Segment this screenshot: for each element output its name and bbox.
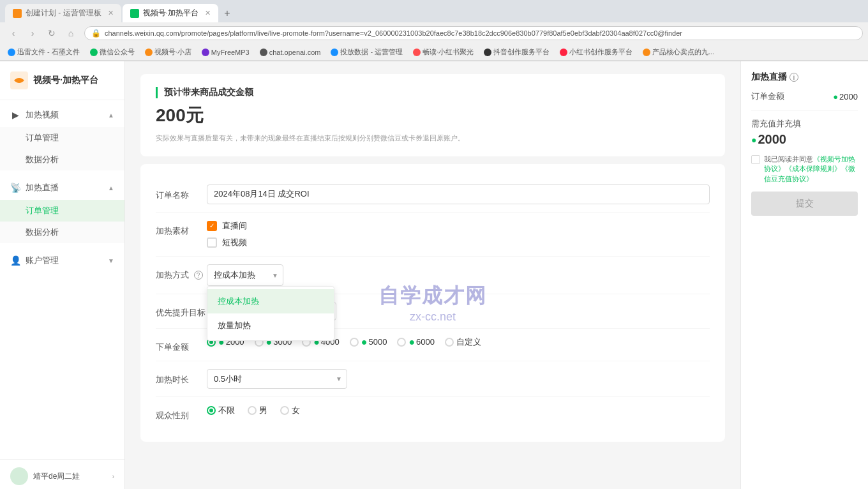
gender-row: 观众性别 不限 男 女 (156, 397, 710, 429)
bookmark-8[interactable]: 抖音创作服务平台 (481, 46, 552, 58)
recharge-number: 2000 (758, 132, 786, 147)
bookmark-6[interactable]: 投放数据 - 运营管理 (328, 46, 405, 58)
new-tab-button[interactable]: + (220, 6, 235, 21)
panel-recharge-label: 需充值并充填 (751, 118, 858, 130)
order-name-input[interactable] (207, 184, 710, 204)
gender-male-circle[interactable] (248, 406, 257, 415)
bookmark-10-label: 产品核心卖点的九... (652, 47, 714, 57)
bookmark-2-label: 微信公众号 (100, 47, 135, 57)
material-short-label: 短视频 (222, 237, 247, 248)
gender-female-label: 女 (292, 405, 300, 416)
material-radio-short[interactable]: 短视频 (207, 237, 710, 248)
order-amount-number: 2000 (839, 92, 858, 102)
material-radio-live[interactable]: 直播间 (207, 220, 710, 232)
dropdown-item-volume[interactable]: 放量加热 (207, 313, 334, 338)
order-amount-dot: ● (833, 92, 838, 102)
home-button[interactable]: ⌂ (63, 25, 79, 41)
sidebar-item-boost-live[interactable]: 📡 加热直播 ▲ (0, 176, 124, 200)
material-live-label: 直播间 (222, 220, 247, 232)
lock-icon: 🔒 (91, 29, 101, 38)
sidebar-item-order-mgmt-video[interactable]: 订单管理 (0, 127, 124, 149)
sidebar-item-order-mgmt-live[interactable]: 订单管理 (0, 200, 124, 222)
tab-1-title: 创建计划 - 运营管理板 (26, 8, 101, 19)
panel-title: 加热直播 i (751, 71, 858, 83)
duration-label: 加热时长 (156, 369, 207, 386)
agreement-link-2[interactable]: 《成本保障规则》 (785, 165, 841, 172)
address-bar: ‹ › ↻ ⌂ 🔒 channels.weixin.qq.com/promote… (0, 22, 868, 44)
method-select[interactable]: 控成本加热 (207, 264, 283, 286)
bookmark-2[interactable]: 微信公众号 (87, 46, 137, 58)
bookmark-9-icon (560, 49, 567, 56)
page-title: 预计带来商品成交金额 (156, 87, 710, 98)
method-select-value: 控成本加热 (214, 270, 255, 280)
bookmarks-bar: 迅雷文件 - 石墨文件 微信公众号 视频号·小店 MyFreeMP3 chat.… (0, 44, 868, 61)
back-button[interactable]: ‹ (5, 25, 22, 41)
bookmark-1-label: 迅雷文件 - 石墨文件 (17, 47, 80, 57)
material-label: 加热素材 (156, 220, 207, 237)
gender-female-circle[interactable] (280, 406, 289, 415)
bookmark-9[interactable]: 小红书创作服务平台 (557, 46, 635, 58)
sidebar-sub-live: 订单管理 数据分析 (0, 200, 124, 243)
agreement-checkbox[interactable] (751, 155, 760, 164)
bookmark-10[interactable]: 产品核心卖点的九... (640, 46, 717, 58)
sidebar-item-account[interactable]: 👤 账户管理 ▼ (0, 248, 124, 273)
sidebar-item-data-analysis-video[interactable]: 数据分析 (0, 149, 124, 170)
sidebar-section-video: ▶ 加热视频 ▲ 订单管理 数据分析 (0, 100, 124, 173)
bookmark-3[interactable]: 视频号·小店 (142, 46, 194, 58)
sidebar-item-data-analysis-live[interactable]: 数据分析 (0, 222, 124, 243)
material-live-checkbox[interactable] (207, 221, 217, 231)
gender-all-circle[interactable] (207, 406, 216, 415)
tab-2[interactable]: 视频号·加热平台 ✕ (123, 4, 218, 22)
tab-1[interactable]: 创建计划 - 运营管理板 ✕ (5, 4, 121, 22)
bookmark-5-label: chat.openai.com (269, 49, 321, 56)
bookmark-1[interactable]: 迅雷文件 - 石墨文件 (5, 46, 82, 58)
boost-live-icon: 📡 (10, 183, 20, 193)
bookmark-3-label: 视频号·小店 (154, 47, 191, 57)
tab-2-favicon (130, 9, 139, 18)
amount-radio-6000[interactable]: ●6000 (397, 336, 435, 348)
amount-radio-6000-circle[interactable] (397, 338, 406, 347)
gender-male[interactable]: 男 (248, 405, 267, 416)
reload-button[interactable]: ↻ (43, 25, 60, 41)
material-row: 加热素材 直播间 短视频 (156, 213, 710, 257)
amount-radio-custom-circle[interactable] (445, 338, 454, 347)
tab-1-close[interactable]: ✕ (108, 9, 114, 17)
forward-button[interactable]: › (24, 25, 41, 41)
gender-female[interactable]: 女 (280, 405, 300, 416)
account-arrow: ▼ (108, 257, 114, 264)
bookmark-10-icon (643, 49, 650, 56)
tab-1-favicon (13, 9, 22, 18)
panel-order-amount-value: ● 2000 (833, 92, 858, 102)
panel-order-amount-label: 订单金额 (751, 91, 784, 102)
material-short-checkbox[interactable] (207, 237, 217, 248)
submit-button[interactable]: 提交 (751, 192, 858, 216)
amount-radio-5000-circle[interactable] (350, 338, 359, 347)
bookmark-6-label: 投放数据 - 运营管理 (340, 47, 403, 57)
sidebar-user[interactable]: 靖平de周二娃 › (0, 459, 124, 489)
bookmark-6-icon (331, 49, 338, 56)
bookmark-8-label: 抖音创作服务平台 (493, 47, 550, 57)
method-control: 控成本加热 ▼ 控成本加热 放量加热 (207, 264, 710, 286)
material-radio-group: 直播间 短视频 (207, 220, 710, 248)
panel-order-amount-row: 订单金额 ● 2000 (751, 91, 858, 102)
amount-radio-custom[interactable]: 自定义 (445, 336, 481, 348)
sidebar-item-boost-video[interactable]: ▶ 加热视频 ▲ (0, 103, 124, 127)
gender-male-label: 男 (259, 405, 267, 416)
tab-2-close[interactable]: ✕ (205, 9, 211, 17)
right-panel: 加热直播 i 订单金额 ● 2000 需充值并充填 ● 2000 我已阅读并同意… (740, 61, 868, 489)
gender-all[interactable]: 不限 (207, 405, 235, 416)
bookmark-4-label: MyFreeMP3 (211, 49, 250, 56)
method-dropdown: 控成本加热 放量加热 (207, 286, 334, 341)
gender-all-label: 不限 (218, 405, 235, 416)
bookmark-7[interactable]: 畅读·小红书聚光 (410, 46, 476, 58)
url-bar[interactable]: 🔒 channels.weixin.qq.com/promote/pages/p… (84, 26, 863, 40)
amount-6000-bullet: ● (408, 336, 415, 348)
bookmark-5[interactable]: chat.openai.com (257, 47, 324, 57)
duration-select[interactable]: 0.5小时 1小时 2小时 4小时 6小时 12小时 24小时 (207, 369, 347, 389)
amount-radio-5000[interactable]: ●5000 (350, 336, 387, 348)
sidebar-item-boost-live-left: 📡 加热直播 (10, 182, 59, 193)
bookmark-4[interactable]: MyFreeMP3 (199, 47, 252, 57)
agreement-text: 我已阅读并同意《视频号加热协议》《成本保障规则》《微信豆充值协议》 (764, 154, 858, 184)
dropdown-item-cost-control[interactable]: 控成本加热 (207, 289, 334, 313)
method-select-wrapper: 控成本加热 ▼ (207, 264, 283, 286)
